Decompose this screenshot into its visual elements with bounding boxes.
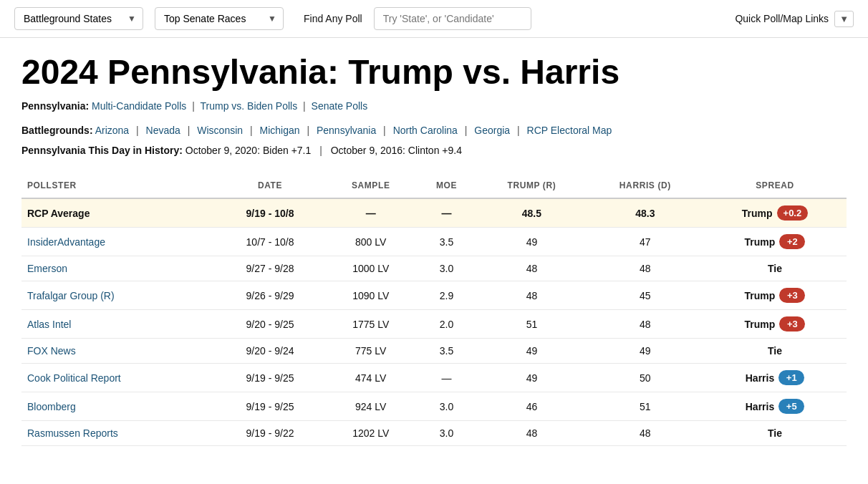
cell-date: 9/20 - 9/24 xyxy=(216,339,325,364)
quick-poll-label: Quick Poll/Map Links xyxy=(735,13,829,24)
senate-dropdown[interactable]: Top Senate Races xyxy=(155,7,284,30)
cell-harris: 48 xyxy=(587,421,703,446)
history-event-1: October 9, 2020: Biden +7.1 xyxy=(185,145,312,156)
rcp-pollster: RCP Average xyxy=(21,198,216,228)
cell-harris: 47 xyxy=(587,228,703,256)
polls-table: POLLSTER DATE SAMPLE MOE TRUMP (R) HARRI… xyxy=(21,173,847,446)
trump-biden-link[interactable]: Trump vs. Biden Polls xyxy=(201,100,298,112)
cell-moe: 2.9 xyxy=(417,281,476,310)
cell-sample: 1775 LV xyxy=(325,310,417,339)
col-sample: SAMPLE xyxy=(325,173,417,198)
cell-date: 9/27 - 9/28 xyxy=(216,256,325,281)
quick-poll-chevron-icon[interactable]: ▼ xyxy=(834,11,854,27)
cell-harris: 49 xyxy=(587,339,703,364)
cell-pollster[interactable]: InsiderAdvantage xyxy=(21,228,216,256)
cell-moe: 2.0 xyxy=(417,310,476,339)
col-trump: TRUMP (R) xyxy=(476,173,587,198)
cell-spread: Tie xyxy=(703,421,847,446)
cell-date: 9/19 - 9/22 xyxy=(216,421,325,446)
cell-trump: 49 xyxy=(476,228,587,256)
cell-spread: Harris+5 xyxy=(703,392,847,421)
rcp-moe: — xyxy=(417,198,476,228)
cell-spread: Trump+3 xyxy=(703,310,847,339)
cell-spread: Tie xyxy=(703,339,847,364)
cell-harris: 48 xyxy=(587,310,703,339)
cell-trump: 46 xyxy=(476,392,587,421)
rcp-sample: — xyxy=(325,198,417,228)
cell-sample: 1000 LV xyxy=(325,256,417,281)
state-link-arizona[interactable]: Arizona xyxy=(95,125,129,136)
history-line: Pennsylvania This Day in History: Octobe… xyxy=(21,145,847,156)
cell-sample: 800 LV xyxy=(325,228,417,256)
rcp-spread: Trump +0.2 xyxy=(703,198,847,228)
find-poll-input[interactable] xyxy=(374,7,531,30)
battlegrounds-line: Battlegrounds: Arizona | Nevada | Wiscon… xyxy=(21,125,847,136)
bg-sep7: | xyxy=(517,125,520,136)
main-content: 2024 Pennsylvania: Trump vs. Harris Penn… xyxy=(0,38,868,460)
cell-moe: 3.0 xyxy=(417,421,476,446)
cell-sample: 474 LV xyxy=(325,364,417,392)
cell-pollster[interactable]: Emerson xyxy=(21,256,216,281)
table-row: Atlas Intel 9/20 - 9/25 1775 LV 2.0 51 4… xyxy=(21,310,847,339)
subtitle-state: Pennsylvania: xyxy=(21,100,89,112)
col-spread: SPREAD xyxy=(703,173,847,198)
sep2: | xyxy=(303,100,306,112)
col-pollster: POLLSTER xyxy=(21,173,216,198)
bg-sep5: | xyxy=(383,125,386,136)
cell-date: 10/7 - 10/8 xyxy=(216,228,325,256)
history-pipe: | xyxy=(319,145,322,156)
rcp-electoral-map-link[interactable]: RCP Electoral Map xyxy=(527,125,612,136)
cell-moe: 3.0 xyxy=(417,256,476,281)
bg-sep3: | xyxy=(250,125,253,136)
cell-pollster[interactable]: Bloomberg xyxy=(21,392,216,421)
battleground-dropdown[interactable]: Battleground States xyxy=(14,7,143,30)
bg-sep1: | xyxy=(136,125,139,136)
sep1: | xyxy=(192,100,195,112)
state-link-pennsylvania[interactable]: Pennsylvania xyxy=(317,125,376,136)
cell-moe: 3.0 xyxy=(417,392,476,421)
cell-trump: 51 xyxy=(476,310,587,339)
cell-harris: 51 xyxy=(587,392,703,421)
page-title: 2024 Pennsylvania: Trump vs. Harris xyxy=(21,52,847,92)
table-header: POLLSTER DATE SAMPLE MOE TRUMP (R) HARRI… xyxy=(21,173,847,198)
cell-date: 9/19 - 9/25 xyxy=(216,364,325,392)
cell-sample: 1202 LV xyxy=(325,421,417,446)
state-link-wisconsin[interactable]: Wisconsin xyxy=(197,125,243,136)
cell-pollster[interactable]: Atlas Intel xyxy=(21,310,216,339)
history-label: Pennsylvania This Day in History: xyxy=(21,145,183,156)
history-event-2: October 9, 2016: Clinton +9.4 xyxy=(331,145,462,156)
cell-trump: 48 xyxy=(476,281,587,310)
cell-spread: Trump+2 xyxy=(703,228,847,256)
subtitle-links: Pennsylvania: Multi-Candidate Polls | Tr… xyxy=(21,100,847,112)
state-link-georgia[interactable]: Georgia xyxy=(474,125,510,136)
state-link-nevada[interactable]: Nevada xyxy=(146,125,180,136)
cell-sample: 1090 LV xyxy=(325,281,417,310)
multi-candidate-link[interactable]: Multi-Candidate Polls xyxy=(92,100,186,112)
rcp-date: 9/19 - 10/8 xyxy=(216,198,325,228)
col-date: DATE xyxy=(216,173,325,198)
table-row: InsiderAdvantage 10/7 - 10/8 800 LV 3.5 … xyxy=(21,228,847,256)
state-link-north-carolina[interactable]: North Carolina xyxy=(393,125,458,136)
battleground-dropdown-wrapper[interactable]: Battleground States ▼ xyxy=(14,7,143,30)
table-row: Rasmussen Reports 9/19 - 9/22 1202 LV 3.… xyxy=(21,421,847,446)
cell-trump: 49 xyxy=(476,364,587,392)
table-row: Trafalgar Group (R) 9/26 - 9/29 1090 LV … xyxy=(21,281,847,310)
cell-date: 9/20 - 9/25 xyxy=(216,310,325,339)
rcp-harris: 48.3 xyxy=(587,198,703,228)
bg-sep4: | xyxy=(307,125,309,136)
cell-pollster[interactable]: FOX News xyxy=(21,339,216,364)
cell-pollster[interactable]: Trafalgar Group (R) xyxy=(21,281,216,310)
rcp-trump: 48.5 xyxy=(476,198,587,228)
cell-moe: 3.5 xyxy=(417,228,476,256)
senate-polls-link[interactable]: Senate Polls xyxy=(312,100,368,112)
cell-spread: Trump+3 xyxy=(703,281,847,310)
bg-sep6: | xyxy=(465,125,468,136)
cell-moe: — xyxy=(417,364,476,392)
col-harris: HARRIS (D) xyxy=(587,173,703,198)
senate-dropdown-wrapper[interactable]: Top Senate Races ▼ xyxy=(155,7,284,30)
state-link-michigan[interactable]: Michigan xyxy=(259,125,299,136)
cell-pollster[interactable]: Cook Political Report xyxy=(21,364,216,392)
cell-pollster[interactable]: Rasmussen Reports xyxy=(21,421,216,446)
cell-harris: 50 xyxy=(587,364,703,392)
quick-poll-links[interactable]: Quick Poll/Map Links ▼ xyxy=(735,11,854,27)
